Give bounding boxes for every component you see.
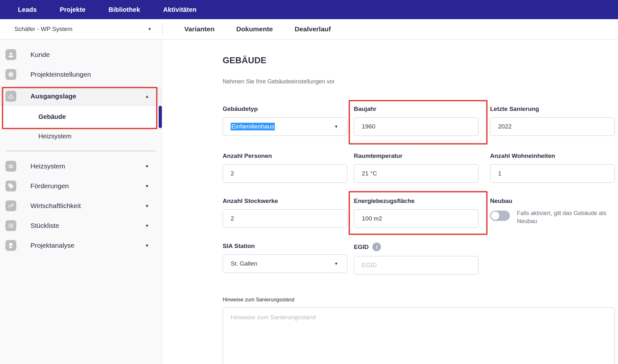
waves-icon [5,161,16,172]
sidebar-item-label: Kunde [30,51,149,58]
tab-dealverlauf[interactable]: Dealverlauf [295,25,331,33]
anzahl-stockwerke-input[interactable] [223,209,347,228]
sidebar-item-label: Wirtschaftlichkeit [30,202,145,210]
app-window: Leads Projekte Bibliothek Aktivitäten Sc… [0,0,618,364]
tab-varianten[interactable]: Varianten [184,25,215,33]
gebaeudetyp-select[interactable]: Einfamilienhaus ▼ [223,117,347,136]
anzahl-personen-label: Anzahl Personen [223,152,347,159]
chevron-down-icon: ▼ [145,243,149,248]
table-icon [5,220,16,231]
egid-label: EGID [354,244,368,251]
page-subtitle: Nehmen Sie Ihre Gebäudeeinstellungen vor [223,78,618,85]
document-eye-icon [5,240,16,251]
sidebar-item-projekteinstellungen[interactable]: Projekteinstellungen [0,65,162,84]
sidebar-item-heizsystem[interactable]: Heizsystem ▼ [0,156,162,176]
sidebar-item-label: Heizsystem [30,162,145,170]
raumtemperatur-input[interactable] [354,164,479,183]
hinweise-textarea[interactable] [223,307,615,364]
sidebar-item-ausgangslage[interactable]: Ausgangslage ▲ [0,87,162,105]
chevron-down-icon: ▼ [145,204,149,208]
tag-icon [5,181,16,191]
toggle-knob [491,212,499,220]
chevron-down-icon: ▼ [334,124,338,129]
page-title: GEBÄUDE [223,56,618,65]
baujahr-label: Baujahr [354,105,479,112]
nav-item-aktivitaeten[interactable]: Aktivitäten [163,6,196,13]
nav-item-leads[interactable]: Leads [18,6,37,13]
project-selector[interactable]: Schäfer - WP System ▼ [0,26,162,33]
anzahl-wohneinheiten-label: Anzahl Wohneinheiten [490,152,615,159]
sidebar-item-heizsystem-sub[interactable]: Heizsystem [0,128,162,144]
baujahr-input[interactable] [354,117,479,136]
gebaeudetyp-label: Gebäudetyp [223,105,347,112]
user-icon [5,49,16,60]
energiebezugsflaeche-input[interactable] [354,209,479,228]
egid-input[interactable] [354,256,479,275]
sia-station-select[interactable]: St. Gallen ▼ [223,254,347,273]
sidebar-item-label: Projektanalyse [30,242,145,249]
inbox-icon [5,91,16,102]
energiebezugsflaeche-label: Energiebezugsfläche [354,197,479,205]
sidebar-item-gebaeude[interactable]: Gebäude [0,105,162,128]
anzahl-personen-input[interactable] [223,164,347,183]
active-indicator-bar [159,106,162,128]
sidebar-item-stueckliste[interactable]: Stückliste ▼ [0,216,162,236]
sidebar-item-label: Gebäude [38,113,66,120]
hinweise-label: Hinweise zum Sanierungsstand [223,297,294,302]
nav-item-projekte[interactable]: Projekte [60,6,86,13]
chevron-down-icon: ▼ [148,27,152,31]
sidebar-item-label: Förderungen [30,182,145,190]
top-navigation: Leads Projekte Bibliothek Aktivitäten [0,0,618,19]
sia-station-selected-value: St. Gallen [231,260,257,267]
chevron-up-icon: ▲ [145,94,149,99]
neubau-label: Neubau [490,197,615,205]
chevron-down-icon: ▼ [145,223,149,228]
anzahl-stockwerke-label: Anzahl Stockwerke [223,197,347,205]
trend-icon [5,200,16,211]
sidebar: Kunde Projekteinstellungen [0,40,162,364]
sidebar-item-foerderungen[interactable]: Förderungen ▼ [0,176,162,196]
neubau-toggle[interactable] [490,211,510,221]
sidebar-item-label: Heizsystem [38,133,71,140]
neubau-description: Falls aktiviert, gilt das Gebäude als Ne… [517,209,615,225]
sidebar-item-label: Projekteinstellungen [30,71,149,78]
sidebar-divider [6,151,155,151]
tab-dokumente[interactable]: Dokumente [236,25,273,33]
sidebar-item-kunde[interactable]: Kunde [0,45,162,65]
sidebar-item-projektanalyse[interactable]: Projektanalyse ▼ [0,236,162,255]
project-tabs: Varianten Dokumente Dealverlauf [184,25,331,33]
letzte-sanierung-label: Letzte Sanierung [490,105,615,112]
project-selector-value: Schäfer - WP System [14,26,72,33]
sia-station-label: SIA Station [223,243,347,250]
nav-item-bibliothek[interactable]: Bibliothek [108,6,140,13]
main-content: GEBÄUDE Nehmen Sie Ihre Gebäudeeinstellu… [162,40,618,364]
chevron-down-icon: ▼ [145,184,149,189]
sidebar-item-wirtschaftlichkeit[interactable]: Wirtschaftlichkeit ▼ [0,196,162,216]
chevron-down-icon: ▼ [145,164,149,169]
sidebar-item-label: Ausgangslage [30,92,145,100]
gear-icon [5,69,16,80]
info-icon[interactable]: i [372,243,381,251]
toolbar-divider [162,23,163,35]
anzahl-wohneinheiten-input[interactable] [490,164,615,183]
letzte-sanierung-input[interactable] [490,117,615,136]
raumtemperatur-label: Raumtemperatur [354,152,479,159]
gebaeudetyp-selected-value: Einfamilienhaus [231,123,275,130]
chevron-down-icon: ▼ [334,261,338,266]
building-form: Gebäudetyp Einfamilienhaus ▼ Baujahr [223,105,618,364]
project-toolbar: Schäfer - WP System ▼ Varianten Dokument… [0,19,618,40]
sidebar-item-label: Stückliste [30,222,145,229]
